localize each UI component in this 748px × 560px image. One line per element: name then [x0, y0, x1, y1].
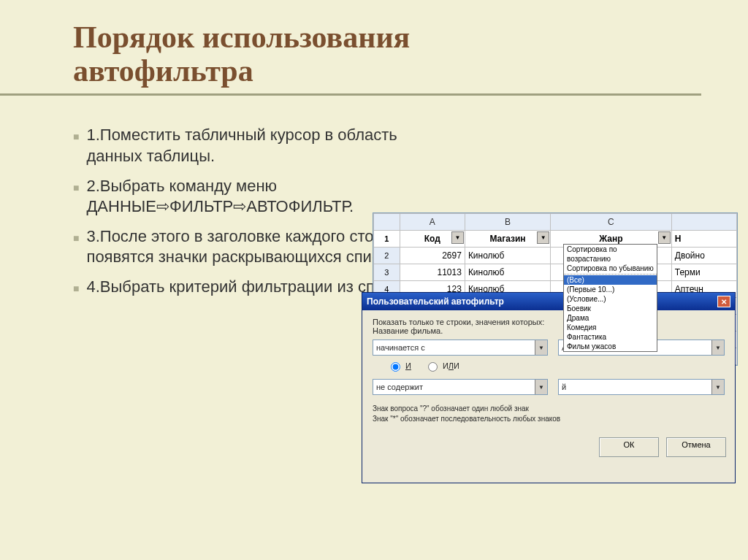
cell[interactable]: Кинолюб: [465, 248, 550, 264]
bullet-icon: ■: [73, 282, 79, 295]
dialog-title: Пользовательский автофильтр: [367, 296, 504, 307]
dd-item[interactable]: Комедия: [564, 323, 657, 332]
row-header[interactable]: 2: [374, 248, 400, 264]
chevron-down-icon[interactable]: ▼: [711, 340, 724, 355]
filter-toggle-icon[interactable]: ▼: [537, 231, 549, 244]
help-line-2: Знак "*" обозначает последовательность л…: [373, 414, 725, 424]
select-all-cell[interactable]: [374, 214, 400, 231]
title-l1: Порядок использования: [73, 20, 410, 54]
bullet-text: 2.Выбрать команду меню ДАННЫЕ⇨ФИЛЬТР⇨АВТ…: [86, 176, 431, 218]
dialog-subtitle: Показать только те строки, значения кото…: [373, 318, 725, 326]
chevron-down-icon[interactable]: ▼: [535, 380, 547, 394]
bullet-icon: ■: [73, 231, 79, 245]
col-header-B[interactable]: B: [465, 214, 550, 231]
slide-title: Порядок использования автофильтра: [0, 0, 701, 96]
field-name: Н: [671, 231, 736, 248]
bullet-icon: ■: [73, 181, 79, 194]
chevron-down-icon[interactable]: ▼: [535, 340, 547, 355]
dialog-titlebar[interactable]: Пользовательский автофильтр ✕: [362, 293, 735, 310]
filter-dropdown-menu[interactable]: Сортировка по возрастанию Сортировка по …: [563, 244, 657, 352]
dd-item[interactable]: Фантастика: [564, 332, 657, 342]
ok-button[interactable]: ОК: [599, 437, 659, 457]
dd-custom[interactable]: (Условие...): [564, 294, 657, 304]
title-l2: автофильтра: [73, 54, 253, 88]
help-line-1: Знак вопроса "?" обозначает один любой з…: [373, 404, 725, 414]
dd-all[interactable]: (Все): [564, 275, 657, 285]
bullet-icon: ■: [73, 130, 79, 143]
col-header-extra[interactable]: [671, 214, 736, 231]
radio-or[interactable]: ИЛИ: [424, 360, 459, 372]
filter-toggle-icon[interactable]: ▼: [451, 231, 464, 244]
field-code: Код▼: [400, 231, 465, 248]
cell[interactable]: 2697: [400, 248, 465, 264]
bullet-text: 1.Поместить табличный курсор в область д…: [86, 125, 431, 166]
dd-top10[interactable]: (Первые 10...): [564, 285, 657, 294]
cell[interactable]: Двойно: [671, 248, 736, 264]
cell[interactable]: Терми: [671, 264, 736, 281]
chevron-down-icon[interactable]: ▼: [711, 380, 724, 394]
cell[interactable]: 11013: [400, 264, 465, 281]
dialog-field-label: Название фильма.: [373, 326, 725, 335]
logic-radio-group: И ИЛИ: [373, 356, 725, 375]
bullet-list: ■1.Поместить табличный курсор в область …: [0, 96, 431, 306]
condition2-operator[interactable]: не содержит ▼: [373, 379, 548, 395]
custom-autofilter-dialog: Пользовательский автофильтр ✕ Показать т…: [362, 292, 736, 483]
condition1-operator[interactable]: начинается с ▼: [373, 340, 548, 356]
dd-sort-desc[interactable]: Сортировка по убыванию: [564, 264, 657, 273]
dd-item[interactable]: Драма: [564, 313, 657, 323]
dd-item[interactable]: Фильм ужасов: [564, 342, 657, 351]
col-header-C[interactable]: C: [551, 214, 672, 231]
cancel-button[interactable]: Отмена: [666, 437, 726, 457]
row-header[interactable]: 3: [374, 264, 400, 281]
dd-item[interactable]: Боевик: [564, 304, 657, 313]
col-header-A[interactable]: A: [400, 214, 465, 231]
row-header[interactable]: 1: [374, 231, 400, 248]
cell[interactable]: Кинолюб: [465, 264, 550, 281]
field-shop: Магазин▼: [465, 231, 550, 248]
close-icon[interactable]: ✕: [717, 296, 730, 307]
dd-sort-asc[interactable]: Сортировка по возрастанию: [564, 245, 657, 264]
radio-and[interactable]: И: [387, 360, 411, 372]
filter-toggle-icon[interactable]: ▼: [658, 231, 671, 244]
condition2-value[interactable]: й ▼: [558, 379, 725, 395]
